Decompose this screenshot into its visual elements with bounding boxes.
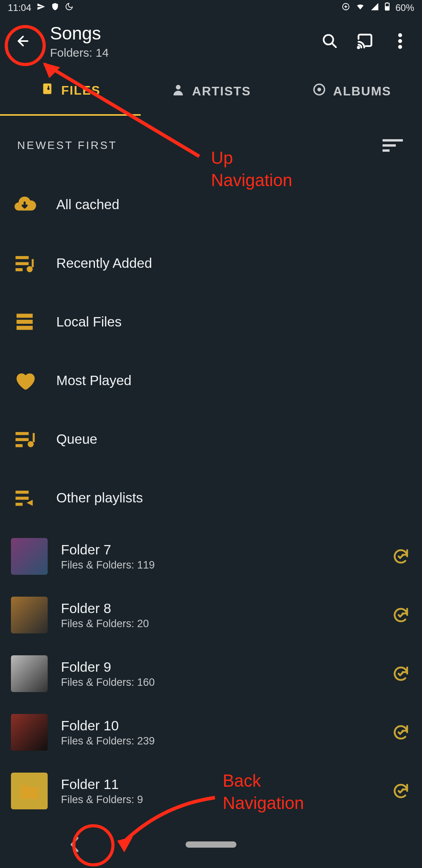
sync-icon[interactable] bbox=[391, 781, 411, 801]
sort-row: NEWEST FIRST bbox=[0, 116, 422, 175]
folder-meta: Files & Folders: 239 bbox=[61, 735, 155, 747]
svg-point-12 bbox=[176, 85, 181, 90]
playlist-icon bbox=[11, 484, 38, 511]
folder-icon bbox=[11, 773, 48, 809]
svg-rect-33 bbox=[16, 503, 23, 506]
folder-thumbnail bbox=[11, 714, 48, 751]
folder-meta: Files & Folders: 119 bbox=[61, 559, 155, 571]
svg-point-5 bbox=[358, 47, 359, 48]
folder-thumbnail bbox=[11, 655, 48, 692]
title-block: Songs Folders: 14 bbox=[50, 23, 320, 59]
tab-artists-label: ARTISTS bbox=[192, 84, 251, 99]
search-icon[interactable] bbox=[320, 32, 339, 50]
list-item-label: Other playlists bbox=[56, 490, 143, 506]
appbar-actions bbox=[320, 32, 409, 50]
folder-item[interactable]: Folder 10 Files & Folders: 239 bbox=[0, 703, 422, 762]
cloud-download-icon bbox=[11, 191, 38, 218]
folder-name: Folder 8 bbox=[61, 601, 149, 616]
tabs: FILES ARTISTS ALBUMS bbox=[0, 66, 422, 116]
folder-name: Folder 11 bbox=[61, 777, 143, 792]
tab-albums-label: ALBUMS bbox=[333, 84, 392, 99]
sync-icon[interactable] bbox=[391, 546, 411, 567]
folder-item[interactable]: Folder 7 Files & Folders: 119 bbox=[0, 527, 422, 586]
svg-rect-25 bbox=[16, 326, 32, 330]
wifi-icon bbox=[356, 2, 365, 13]
moon-icon bbox=[65, 2, 73, 13]
svg-rect-30 bbox=[33, 433, 35, 442]
svg-rect-3 bbox=[386, 2, 388, 3]
albums-icon bbox=[312, 82, 326, 100]
svg-rect-18 bbox=[16, 256, 29, 259]
more-icon[interactable] bbox=[391, 32, 409, 50]
list-item-other-playlists[interactable]: Other playlists bbox=[0, 468, 422, 527]
folder-name: Folder 9 bbox=[61, 659, 155, 675]
svg-rect-32 bbox=[16, 497, 29, 500]
status-left: 11:04 bbox=[8, 2, 73, 13]
folder-item[interactable]: Folder 8 Files & Folders: 20 bbox=[0, 586, 422, 644]
tab-albums[interactable]: ALBUMS bbox=[281, 66, 422, 116]
paper-plane-icon bbox=[37, 2, 45, 13]
system-nav-bar bbox=[0, 821, 422, 868]
battery-icon bbox=[384, 2, 390, 13]
file-list: All cached Recently Added Local Files Mo… bbox=[0, 175, 422, 820]
svg-point-8 bbox=[398, 45, 402, 49]
svg-rect-23 bbox=[16, 314, 32, 317]
list-item-all-cached[interactable]: All cached bbox=[0, 175, 422, 234]
tab-files-label: FILES bbox=[61, 83, 101, 98]
battery-text: 60% bbox=[395, 2, 414, 13]
page-title: Songs bbox=[50, 23, 320, 44]
folder-meta: Files & Folders: 160 bbox=[61, 676, 155, 689]
svg-rect-27 bbox=[16, 438, 29, 441]
svg-point-6 bbox=[398, 33, 402, 37]
svg-rect-11 bbox=[48, 86, 49, 90]
list-item-label: Queue bbox=[56, 431, 97, 447]
folder-meta: Files & Folders: 9 bbox=[61, 794, 143, 806]
sort-label[interactable]: NEWEST FIRST bbox=[17, 139, 117, 152]
list-item-label: All cached bbox=[56, 197, 119, 212]
svg-point-7 bbox=[398, 39, 402, 43]
svg-rect-17 bbox=[383, 149, 390, 152]
app-bar: Songs Folders: 14 bbox=[0, 16, 422, 66]
status-right: 60% bbox=[342, 2, 414, 13]
list-item-queue[interactable]: Queue bbox=[0, 410, 422, 468]
tab-files[interactable]: FILES bbox=[0, 66, 141, 116]
folder-thumbnail bbox=[11, 538, 48, 575]
signal-icon bbox=[370, 2, 379, 13]
back-button[interactable] bbox=[8, 26, 38, 56]
heart-icon bbox=[11, 367, 38, 394]
storage-icon bbox=[11, 308, 38, 335]
svg-rect-20 bbox=[16, 268, 23, 271]
svg-rect-26 bbox=[16, 432, 29, 435]
svg-rect-31 bbox=[16, 491, 29, 494]
svg-rect-28 bbox=[16, 444, 23, 447]
shield-icon bbox=[51, 2, 59, 13]
svg-rect-19 bbox=[16, 262, 29, 265]
sync-icon[interactable] bbox=[391, 722, 411, 742]
playlist-add-icon bbox=[11, 249, 38, 277]
list-item-recently-added[interactable]: Recently Added bbox=[0, 234, 422, 292]
files-icon bbox=[40, 82, 54, 99]
svg-rect-15 bbox=[383, 139, 403, 142]
tab-artists[interactable]: ARTISTS bbox=[141, 66, 281, 116]
status-time: 11:04 bbox=[8, 2, 31, 13]
list-item-most-played[interactable]: Most Played bbox=[0, 351, 422, 410]
svg-rect-22 bbox=[32, 259, 34, 267]
folder-name: Folder 7 bbox=[61, 542, 155, 558]
folder-item[interactable]: Folder 9 Files & Folders: 160 bbox=[0, 644, 422, 703]
artists-icon bbox=[171, 82, 185, 100]
folder-name: Folder 10 bbox=[61, 718, 155, 733]
list-item-local-files[interactable]: Local Files bbox=[0, 292, 422, 351]
queue-icon bbox=[11, 425, 38, 453]
svg-rect-2 bbox=[386, 6, 389, 10]
sync-icon[interactable] bbox=[391, 664, 411, 684]
folder-item[interactable]: Folder 11 Files & Folders: 9 bbox=[0, 762, 422, 820]
list-item-label: Local Files bbox=[56, 314, 122, 330]
sort-icon[interactable] bbox=[381, 138, 405, 153]
folder-thumbnail bbox=[11, 597, 48, 633]
svg-rect-24 bbox=[16, 320, 32, 324]
sync-icon[interactable] bbox=[391, 605, 411, 625]
nav-back-button[interactable] bbox=[61, 831, 88, 858]
svg-rect-16 bbox=[383, 144, 396, 147]
cast-icon[interactable] bbox=[356, 32, 374, 50]
nav-home-pill[interactable] bbox=[186, 841, 236, 848]
